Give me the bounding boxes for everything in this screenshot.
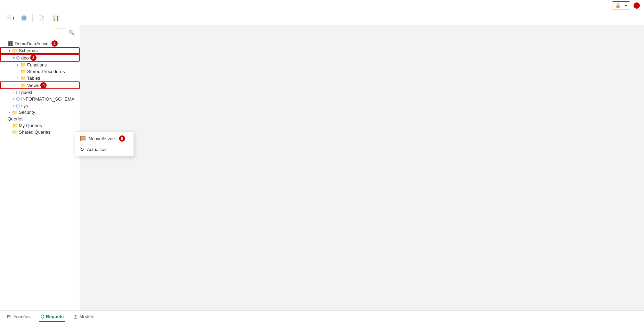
db-icon: 🗄️: [8, 41, 13, 46]
folder-icon: 📁: [12, 123, 17, 128]
folder-icon: 📁: [20, 69, 26, 74]
sidebar-item-label: Security: [19, 110, 35, 115]
sql-file-icon: 📄: [38, 15, 44, 21]
sidebar-item-demodb[interactable]: 🗄️DemoDataActivor2: [0, 40, 80, 47]
sidebar-item-my_queries[interactable]: 📁My Queries: [0, 122, 80, 129]
sidebar-item-label: Shared Queries: [19, 129, 50, 135]
sidebar-item-stored_procedures[interactable]: ›📁Stored Procedures: [0, 68, 80, 75]
sidebar-item-label: dbo: [21, 55, 29, 61]
sql-icon: ⬡: [40, 314, 44, 319]
sidebar-actions: + 🔍: [56, 29, 75, 36]
sidebar-item-label: Functions: [27, 62, 47, 68]
chevron-icon: ›: [15, 63, 20, 67]
schema-icon: ⬡: [16, 90, 20, 95]
search-icon: 🔍: [69, 30, 74, 35]
chevron-icon: ›: [15, 70, 20, 73]
status-tab-label: Modèle: [79, 314, 94, 319]
status-tab-donnees[interactable]: ⊞Données: [6, 312, 32, 322]
sidebar-item-queries[interactable]: Queries: [0, 116, 80, 122]
add-icon-btn[interactable]: 📄+: [3, 13, 17, 23]
context-menu-item-label: Actualiser: [87, 147, 107, 152]
chevron-icon: ›: [11, 90, 16, 94]
sidebar-item-sys[interactable]: ›⬡sys: [0, 102, 80, 109]
sidebar-item-security[interactable]: ›📁Security: [0, 109, 80, 116]
view-icon: 🖼️: [80, 136, 86, 141]
add-warehouse-button[interactable]: +: [56, 29, 66, 36]
sidebar-item-label: sys: [21, 103, 28, 108]
status-tab-modele[interactable]: ◫Modèle: [72, 312, 96, 322]
sidebar-item-guest[interactable]: ›⬡guest: [0, 89, 80, 96]
visual-query-icon: 📊: [53, 15, 59, 21]
chevron-icon: ›: [11, 97, 16, 101]
new-sql-query-button[interactable]: 📄: [35, 14, 49, 22]
step-badge-3: 3: [30, 55, 37, 61]
status-tab-requete[interactable]: ⬡Requête: [39, 312, 65, 322]
sidebar-item-label: Views: [27, 83, 39, 88]
context-menu-item-nouvelle_vue[interactable]: 🖼️Nouvelle vue5: [75, 133, 134, 144]
lock-icon: 🔒: [615, 3, 621, 8]
folder-icon: 📁: [12, 48, 17, 53]
status-tab-label: Requête: [46, 314, 64, 319]
chevron-icon: ▾: [11, 56, 16, 60]
folder-icon: 📁: [12, 110, 17, 115]
schema-icon: ⬡: [16, 55, 20, 61]
folder-icon: 📁: [12, 129, 17, 135]
sidebar-item-label: Tables: [27, 76, 40, 81]
step-badge-4: 4: [40, 82, 47, 88]
endpoint-button[interactable]: 🔒 ▾: [612, 1, 630, 9]
sidebar-item-label: Queries: [8, 116, 24, 121]
sidebar-item-views[interactable]: ›📁Views4: [0, 81, 80, 89]
sidebar-item-label: INFORMATION_SCHEMA: [21, 96, 74, 102]
search-button[interactable]: 🔍: [67, 29, 75, 36]
chevron-down-icon: ▾: [625, 3, 627, 8]
sidebar-item-information_schema[interactable]: ›⬡INFORMATION_SCHEMA: [0, 96, 80, 102]
chevron-icon: ›: [11, 104, 16, 108]
step-badge-2: 2: [51, 40, 58, 47]
step-badge-5: 5: [119, 135, 125, 142]
folder-icon: 📁: [20, 62, 26, 68]
chevron-icon: ▾: [7, 49, 12, 53]
sidebar-item-shared_queries[interactable]: 📁Shared Queries: [0, 129, 80, 135]
status-bar: ⊞Données⬡Requête◫Modèle: [0, 310, 644, 323]
sidebar-item-schemas[interactable]: ▾📁Schemas: [0, 47, 80, 54]
folder-icon: 📁: [20, 76, 26, 81]
sidebar-item-label: Stored Procedures: [27, 69, 65, 74]
grid-icon: ⊞: [7, 314, 11, 319]
sidebar-item-dbo[interactable]: ▾⬡dbo3: [0, 54, 80, 62]
chevron-icon: ›: [7, 110, 12, 114]
sidebar-item-tables[interactable]: ›📁Tables: [0, 75, 80, 81]
sidebar-item-label: My Queries: [19, 123, 42, 128]
endpoint-badge: [634, 2, 640, 9]
sidebar-item-label: guest: [21, 90, 32, 95]
top-bar: 🔒 ▾: [0, 0, 644, 11]
context-menu-item-label: Nouvelle vue: [89, 136, 115, 141]
chevron-icon: ›: [15, 84, 20, 87]
folder-icon: 📁: [20, 83, 26, 88]
add-tab-icon: 📄+: [5, 15, 15, 21]
sidebar-item-label: Schemas: [19, 48, 38, 53]
context-menu-item-actualiser[interactable]: ↻Actualiser: [75, 144, 134, 155]
sidebar-item-label: DemoDataActivor: [15, 41, 50, 46]
toolbar: 📄+ ⚙️ 📄 📊: [0, 11, 644, 25]
context-menu: 🖼️Nouvelle vue5↻Actualiser: [75, 131, 134, 156]
chevron-icon: ›: [15, 76, 20, 80]
refresh-icon: ↻: [80, 147, 84, 152]
new-visual-query-button[interactable]: 📊: [50, 14, 63, 22]
status-tab-label: Données: [13, 314, 31, 319]
content-area: [80, 25, 644, 310]
settings-btn[interactable]: ⚙️: [18, 13, 30, 23]
sidebar-item-functions[interactable]: ›📁Functions: [0, 62, 80, 68]
schema-icon: ⬡: [16, 96, 20, 102]
sidebar-header: + 🔍: [0, 25, 80, 38]
model-icon: ◫: [73, 314, 78, 319]
gear-icon: ⚙️: [21, 15, 27, 21]
plus-icon: +: [59, 30, 61, 35]
main-layout: + 🔍 🗄️DemoDataActivor2▾📁Schemas▾⬡dbo3›📁F…: [0, 25, 644, 310]
toolbar-divider: [32, 14, 33, 22]
sidebar-tree: 🗄️DemoDataActivor2▾📁Schemas▾⬡dbo3›📁Funct…: [0, 38, 80, 310]
sidebar: + 🔍 🗄️DemoDataActivor2▾📁Schemas▾⬡dbo3›📁F…: [0, 25, 80, 310]
schema-icon: ⬡: [16, 103, 20, 108]
